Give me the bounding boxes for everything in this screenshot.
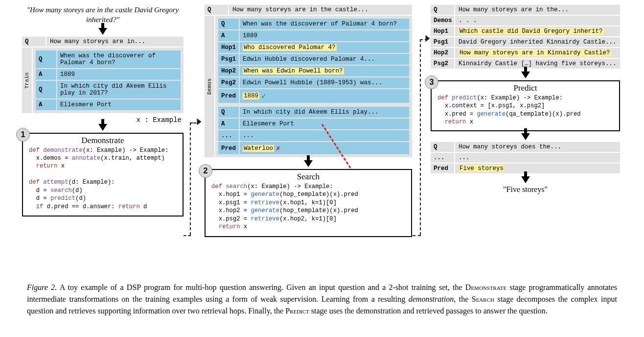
q-label: Q xyxy=(22,37,46,47)
stage-title: Predict xyxy=(432,83,619,93)
check-icon: ✓ xyxy=(261,91,266,101)
predict-code: def predict(x: Example) -> Example: x.co… xyxy=(437,94,614,126)
arrow-down-icon xyxy=(304,160,313,167)
train-body: QWhen was the discoverer of Palomar 4 bo… xyxy=(33,48,184,113)
arrow-down-icon xyxy=(521,133,530,140)
stage-title: Demonstrate xyxy=(23,136,183,145)
input-question-quote: "How many storeys are in the castle Davi… xyxy=(22,5,184,25)
cross-icon: ✗ xyxy=(276,144,280,152)
arrow-down-icon xyxy=(521,176,530,183)
demonstrate-code: def demonstrate(x: Example) -> Example: … xyxy=(29,146,178,211)
arrow-down-icon xyxy=(98,124,107,131)
train-block: Train QWhen was the discoverer of Paloma… xyxy=(22,48,184,113)
arrow-head-icon xyxy=(426,35,430,42)
train-side-label: Train xyxy=(22,48,32,113)
q-text: How many storeys are in... xyxy=(46,37,184,47)
stage-predict: 3 Predict def predict(x: Example) -> Exa… xyxy=(431,80,620,131)
stage-title: Search xyxy=(206,172,411,182)
dashed-connector xyxy=(190,122,191,235)
column-demonstrate: "How many storeys are in the castle Davi… xyxy=(22,5,184,217)
arrow-head-icon xyxy=(197,119,202,125)
dashed-connector xyxy=(420,39,421,235)
question-row: Q How many storeys are in... xyxy=(22,37,184,47)
column-predict: QHow many storeys are in the... Demos. .… xyxy=(431,5,620,194)
arrow-down-icon xyxy=(521,72,530,78)
search-input-table: QHow many storeys are in the castle... D… xyxy=(205,5,412,157)
column-search: QHow many storeys are in the castle... D… xyxy=(205,5,412,237)
figure-caption: Figure 2. A toy example of a DSP program… xyxy=(27,282,617,317)
input-table: Q How many storeys are in... Train QWhen… xyxy=(22,37,184,113)
stage-demonstrate: 1 Demonstrate def demonstrate(x: Example… xyxy=(22,133,184,217)
demos-block: Demos QWhen was the discoverer of Paloma… xyxy=(205,16,412,157)
arrow-down-icon xyxy=(98,28,107,35)
predict-input-table: QHow many storeys are in the... Demos. .… xyxy=(431,5,620,69)
stage-search: 2 Search def search(x: Example) -> Examp… xyxy=(205,169,412,237)
dashed-connector xyxy=(184,235,191,236)
final-answer: "Five storeys" xyxy=(431,185,620,194)
diagram: "How many storeys are in the castle Davi… xyxy=(0,0,644,277)
dashed-connector xyxy=(413,235,421,236)
predict-output-table: QHow many storeys does the... ...... Pre… xyxy=(431,142,620,173)
search-code: def search(x: Example) -> Example: x.hop… xyxy=(211,183,406,231)
